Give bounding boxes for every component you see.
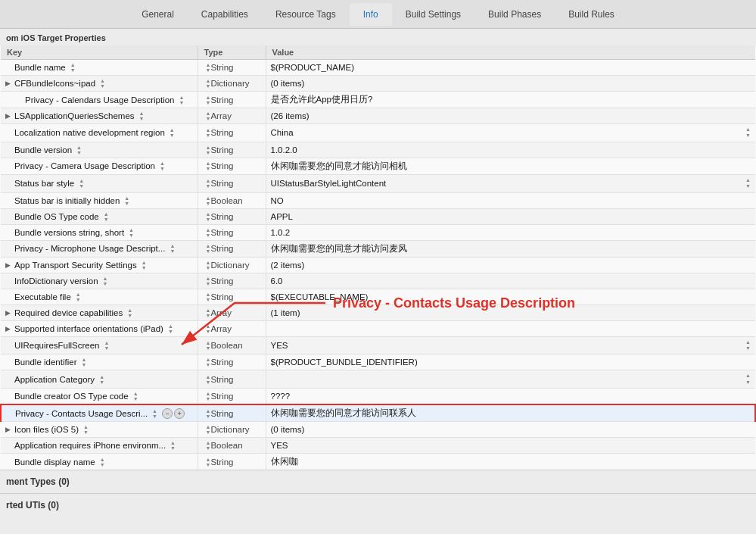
type-stepper[interactable]: ▲▼ bbox=[206, 374, 211, 385]
key-stepper[interactable]: ▲▼ bbox=[76, 292, 81, 302]
key-stepper[interactable]: ▲▼ bbox=[170, 243, 175, 254]
table-row[interactable]: Bundle display name▲▼▲▼String休闲咖 bbox=[1, 454, 755, 470]
type-stepper[interactable]: ▲▼ bbox=[206, 78, 211, 89]
table-row[interactable]: ▶LSApplicationQueriesSchemes▲▼▲▼Array(26… bbox=[1, 108, 755, 124]
key-stepper[interactable]: ▲▼ bbox=[81, 357, 86, 367]
type-text: String bbox=[210, 244, 233, 253]
key-stepper[interactable]: ▲▼ bbox=[160, 161, 165, 171]
value-stepper[interactable]: ▲▼ bbox=[745, 177, 751, 190]
table-row[interactable]: Bundle creator OS Type code▲▼▲▼String???… bbox=[1, 389, 755, 405]
table-row[interactable]: Bundle version▲▼▲▼String1.0.2.0 bbox=[1, 142, 755, 158]
type-stepper[interactable]: ▲▼ bbox=[206, 178, 211, 189]
type-stepper[interactable]: ▲▼ bbox=[206, 276, 211, 286]
expand-triangle[interactable]: ▶ bbox=[5, 309, 13, 317]
value-stepper[interactable]: ▲▼ bbox=[745, 126, 751, 139]
type-stepper[interactable]: ▲▼ bbox=[206, 323, 211, 334]
value-stepper[interactable]: ▲▼ bbox=[745, 373, 751, 386]
key-stepper[interactable]: ▲▼ bbox=[170, 127, 175, 138]
key-stepper[interactable]: ▲▼ bbox=[104, 211, 109, 222]
key-stepper[interactable]: ▲▼ bbox=[168, 323, 173, 334]
key-stepper[interactable]: ▲▼ bbox=[103, 276, 108, 286]
table-row[interactable]: Application Category▲▼▲▼String▲▼ bbox=[1, 370, 755, 389]
expand-triangle[interactable]: ▶ bbox=[5, 426, 13, 433]
key-stepper[interactable]: ▲▼ bbox=[70, 62, 76, 73]
cell-key: ▶Icon files (iOS 5)▲▼ bbox=[1, 422, 198, 438]
table-row[interactable]: ▶App Transport Security Settings▲▼▲▼Dict… bbox=[1, 257, 755, 273]
key-stepper[interactable]: ▲▼ bbox=[129, 227, 134, 238]
type-stepper[interactable]: ▲▼ bbox=[206, 357, 211, 367]
row-controls[interactable]: −+ bbox=[162, 408, 185, 419]
type-stepper[interactable]: ▲▼ bbox=[206, 145, 211, 155]
type-stepper[interactable]: ▲▼ bbox=[206, 161, 211, 171]
type-stepper[interactable]: ▲▼ bbox=[206, 195, 211, 206]
key-stepper[interactable]: ▲▼ bbox=[139, 111, 145, 121]
table-row[interactable]: UIRequiresFullScreen▲▼▲▼BooleanYES▲▼ bbox=[1, 336, 755, 354]
table-row[interactable]: ▶Required device capabilities▲▼▲▼Array(1… bbox=[1, 304, 755, 320]
key-text: Localization native development region bbox=[14, 128, 165, 137]
table-row[interactable]: InfoDictionary version▲▼▲▼String6.0 bbox=[1, 273, 755, 289]
table-row[interactable]: Status bar is initially hidden▲▼▲▼Boolea… bbox=[1, 192, 755, 208]
key-stepper[interactable]: ▲▼ bbox=[124, 195, 129, 206]
plus-button[interactable]: + bbox=[174, 408, 185, 419]
key-stepper[interactable]: ▲▼ bbox=[152, 408, 157, 419]
table-row[interactable]: Privacy - Contacts Usage Descri...▲▼−+▲▼… bbox=[1, 404, 755, 422]
table-row[interactable]: Bundle name▲▼▲▼String$(PRODUCT_NAME) bbox=[1, 60, 755, 76]
expand-triangle[interactable]: ▶ bbox=[5, 325, 13, 333]
cell-value: YES bbox=[266, 438, 755, 454]
table-row[interactable]: Privacy - Camera Usage Description▲▼▲▼St… bbox=[1, 158, 755, 174]
type-stepper[interactable]: ▲▼ bbox=[206, 391, 211, 401]
key-stepper[interactable]: ▲▼ bbox=[100, 78, 105, 89]
type-stepper[interactable]: ▲▼ bbox=[206, 340, 211, 351]
table-row[interactable]: Privacy - Microphone Usage Descript...▲▼… bbox=[1, 240, 755, 257]
table-row[interactable]: Bundle OS Type code▲▼▲▼StringAPPL bbox=[1, 208, 755, 224]
key-stepper[interactable]: ▲▼ bbox=[127, 308, 132, 318]
type-stepper[interactable]: ▲▼ bbox=[206, 127, 211, 138]
expand-triangle[interactable]: ▶ bbox=[5, 261, 13, 269]
type-stepper[interactable]: ▲▼ bbox=[206, 62, 211, 73]
tab-build-rules[interactable]: Build Rules bbox=[555, 3, 628, 26]
type-stepper[interactable]: ▲▼ bbox=[206, 308, 211, 318]
expand-triangle[interactable]: ▶ bbox=[5, 112, 13, 120]
table-row[interactable]: Localization native development region▲▼… bbox=[1, 124, 755, 142]
type-stepper[interactable]: ▲▼ bbox=[206, 227, 211, 238]
type-stepper[interactable]: ▲▼ bbox=[206, 111, 211, 121]
table-row[interactable]: Executable file▲▼▲▼String$(EXECUTABLE_NA… bbox=[1, 289, 755, 304]
key-stepper[interactable]: ▲▼ bbox=[142, 260, 147, 270]
tab-build-phases[interactable]: Build Phases bbox=[474, 3, 555, 26]
type-stepper[interactable]: ▲▼ bbox=[206, 292, 211, 302]
tab-build-settings[interactable]: Build Settings bbox=[392, 3, 474, 26]
key-stepper[interactable]: ▲▼ bbox=[133, 391, 138, 401]
table-row[interactable]: Status bar style▲▼▲▼StringUIStatusBarSty… bbox=[1, 174, 755, 192]
tab-info[interactable]: Info bbox=[350, 3, 392, 26]
table-row[interactable]: Bundle identifier▲▼▲▼String$(PRODUCT_BUN… bbox=[1, 354, 755, 370]
type-stepper[interactable]: ▲▼ bbox=[206, 440, 211, 451]
type-stepper[interactable]: ▲▼ bbox=[206, 243, 211, 254]
tab-resource-tags[interactable]: Resource Tags bbox=[262, 3, 350, 26]
key-stepper[interactable]: ▲▼ bbox=[79, 178, 84, 189]
value-stepper[interactable]: ▲▼ bbox=[745, 339, 751, 352]
table-row[interactable]: Application requires iPhone environm...▲… bbox=[1, 438, 755, 454]
cell-value: (0 items) bbox=[266, 76, 755, 92]
key-stepper[interactable]: ▲▼ bbox=[83, 424, 89, 435]
key-stepper[interactable]: ▲▼ bbox=[104, 340, 110, 351]
type-stepper[interactable]: ▲▼ bbox=[206, 457, 211, 467]
table-row[interactable]: ▶Icon files (iOS 5)▲▼▲▼Dictionary(0 item… bbox=[1, 422, 755, 438]
type-stepper[interactable]: ▲▼ bbox=[206, 408, 211, 419]
table-row[interactable]: Bundle versions string, short▲▼▲▼String1… bbox=[1, 224, 755, 240]
tab-capabilities[interactable]: Capabilities bbox=[188, 3, 262, 26]
key-stepper[interactable]: ▲▼ bbox=[76, 145, 82, 155]
key-stepper[interactable]: ▲▼ bbox=[100, 457, 105, 467]
minus-button[interactable]: − bbox=[162, 408, 173, 419]
type-stepper[interactable]: ▲▼ bbox=[206, 260, 211, 270]
tab-general[interactable]: General bbox=[128, 3, 188, 26]
key-stepper[interactable]: ▲▼ bbox=[170, 440, 176, 451]
key-stepper[interactable]: ▲▼ bbox=[179, 95, 185, 105]
expand-triangle[interactable]: ▶ bbox=[5, 80, 13, 87]
table-row[interactable]: ▶Supported interface orientations (iPad)… bbox=[1, 320, 755, 336]
table-row[interactable]: Privacy - Calendars Usage Description▲▼▲… bbox=[1, 92, 755, 108]
type-stepper[interactable]: ▲▼ bbox=[206, 95, 211, 105]
key-stepper[interactable]: ▲▼ bbox=[99, 374, 104, 385]
table-row[interactable]: ▶CFBundleIcons~ipad▲▼▲▼Dictionary(0 item… bbox=[1, 76, 755, 92]
type-stepper[interactable]: ▲▼ bbox=[206, 424, 211, 435]
type-stepper[interactable]: ▲▼ bbox=[206, 211, 211, 222]
